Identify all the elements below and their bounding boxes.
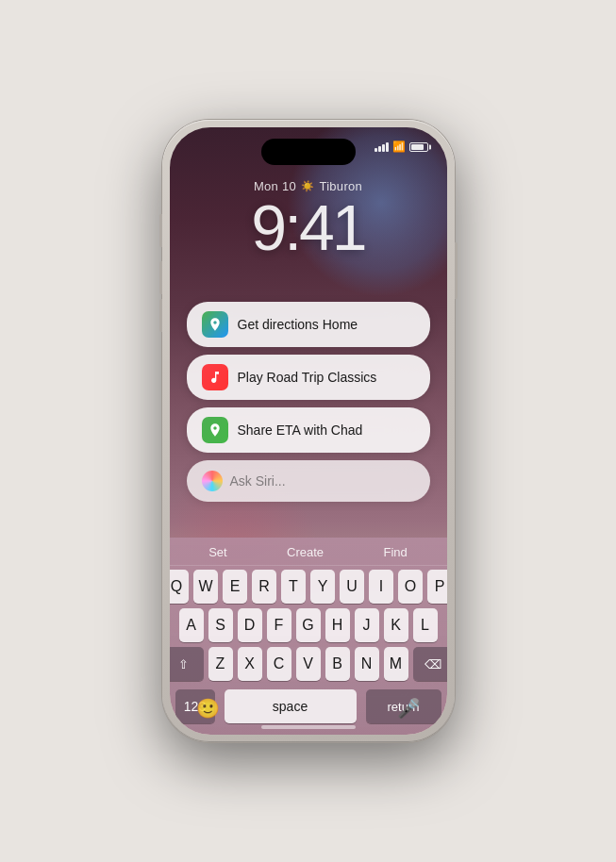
key-u[interactable]: U [340, 570, 364, 604]
key-z[interactable]: Z [208, 647, 233, 681]
key-h[interactable]: H [325, 608, 350, 642]
key-b[interactable]: B [325, 647, 350, 681]
music-icon [202, 364, 228, 390]
siri-orb-icon [202, 471, 223, 491]
key-s[interactable]: S [208, 608, 233, 642]
key-j[interactable]: J [355, 608, 379, 642]
suggestion-directions-text: Get directions Home [238, 317, 358, 332]
siri-input-bar[interactable]: Ask Siri... [187, 460, 430, 502]
key-c[interactable]: C [267, 647, 291, 681]
kb-suggestion-create[interactable]: Create [287, 545, 324, 559]
keyboard-row-2: A S D F G H J K L [175, 608, 441, 642]
key-k[interactable]: K [384, 608, 408, 642]
dictation-icon[interactable]: 🎤 [397, 697, 421, 720]
battery-icon [409, 142, 428, 152]
emoji-icon[interactable]: 🙂 [196, 697, 220, 720]
lock-time: 9:41 [170, 195, 447, 259]
maps-icon [202, 311, 228, 338]
key-r[interactable]: R [252, 570, 276, 604]
keyboard-rows: Q W E R T Y U I O P A S D F G [170, 566, 447, 688]
key-i[interactable]: I [369, 570, 393, 604]
key-l[interactable]: L [413, 608, 438, 642]
kb-suggestion-find[interactable]: Find [383, 545, 407, 559]
key-a[interactable]: A [179, 608, 204, 642]
key-shift[interactable]: ⇧ [170, 647, 204, 681]
key-v[interactable]: V [296, 647, 321, 681]
key-delete[interactable]: ⌫ [413, 647, 447, 681]
key-o[interactable]: O [398, 570, 423, 604]
keyboard-bottom-icons: 🙂 🎤 [170, 697, 447, 720]
lock-screen-info: Mon 10 ☀️ Tiburon 9:41 [170, 179, 447, 259]
home-indicator [261, 725, 356, 729]
keyboard: Set Create Find Q W E R T Y U I O P [170, 538, 447, 735]
suggestion-eta-text: Share ETA with Chad [238, 423, 363, 438]
key-m[interactable]: M [384, 647, 408, 681]
key-w[interactable]: W [193, 570, 218, 604]
signal-icon [375, 142, 389, 152]
suggestion-directions[interactable]: Get directions Home [187, 302, 430, 347]
keyboard-row-3: ⇧ Z X C V B N M ⌫ [175, 647, 441, 681]
key-q[interactable]: Q [170, 570, 190, 604]
key-t[interactable]: T [281, 570, 306, 604]
suggestion-music-text: Play Road Trip Classics [238, 370, 377, 385]
key-e[interactable]: E [223, 570, 247, 604]
key-x[interactable]: X [238, 647, 262, 681]
suggestion-eta[interactable]: Share ETA with Chad [187, 407, 430, 453]
maps2-icon [202, 417, 228, 443]
key-f[interactable]: F [267, 608, 291, 642]
phone-frame: 📶 Mon 10 ☀️ Tiburon 9:41 [162, 120, 455, 742]
kb-suggestion-set[interactable]: Set [208, 545, 227, 559]
siri-placeholder-text: Ask Siri... [230, 473, 286, 489]
keyboard-row-1: Q W E R T Y U I O P [175, 570, 441, 604]
key-y[interactable]: Y [310, 570, 335, 604]
dynamic-island [261, 139, 356, 165]
wifi-icon: 📶 [392, 141, 406, 153]
status-right: 📶 [375, 141, 428, 153]
key-p[interactable]: P [427, 570, 447, 604]
key-n[interactable]: N [355, 647, 379, 681]
phone-screen: 📶 Mon 10 ☀️ Tiburon 9:41 [170, 127, 447, 735]
siri-suggestions: Get directions Home Play Road Trip Class… [187, 302, 430, 502]
key-g[interactable]: G [296, 608, 321, 642]
keyboard-suggestions-bar: Set Create Find [170, 541, 447, 566]
key-d[interactable]: D [238, 608, 262, 642]
suggestion-music[interactable]: Play Road Trip Classics [187, 355, 430, 400]
